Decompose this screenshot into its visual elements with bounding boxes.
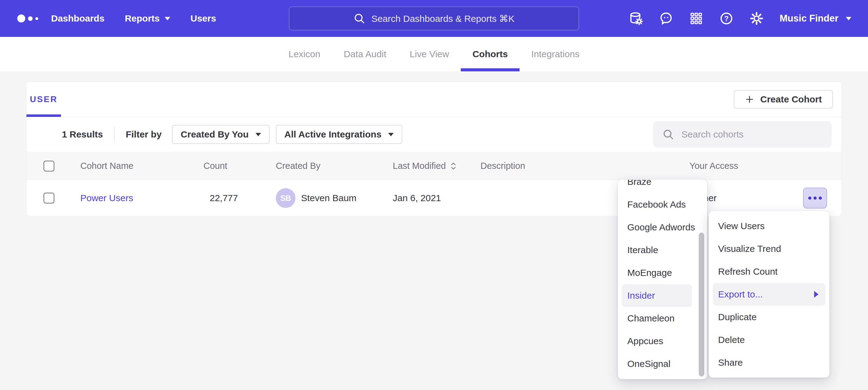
tab-user-cohorts[interactable]: USER <box>27 82 61 117</box>
chevron-down-icon <box>846 17 851 20</box>
sort-icon[interactable] <box>450 162 457 170</box>
chevron-down-icon <box>165 17 170 20</box>
tab-live-view[interactable]: Live View <box>398 37 461 71</box>
filter-by-label: Filter by <box>126 129 162 140</box>
ellipsis-icon <box>813 197 816 200</box>
nav-reports[interactable]: Reports <box>125 13 170 24</box>
nav-dashboards[interactable]: Dashboards <box>51 13 104 24</box>
svg-text:?: ? <box>724 15 728 23</box>
help-icon[interactable]: ? <box>719 11 734 26</box>
tab-user-label: USER <box>30 94 58 104</box>
menu-view-users[interactable]: View Users <box>709 215 829 237</box>
tab-cohorts[interactable]: Cohorts <box>461 37 520 71</box>
project-name: Music Finder <box>780 13 838 24</box>
integrations-filter-value: All Active Integrations <box>284 129 382 140</box>
tab-integrations-label: Integrations <box>531 49 580 59</box>
last-modified-cell: Jan 6, 2021 <box>393 193 480 203</box>
filter-bar: 1 Results Filter by Created By You All A… <box>27 117 841 152</box>
tab-live-view-label: Live View <box>410 49 449 59</box>
divider <box>114 127 115 142</box>
menu-duplicate[interactable]: Duplicate <box>709 306 829 328</box>
last-modified-value: Jan 6, 2021 <box>393 193 441 203</box>
settings-gear-icon[interactable] <box>749 11 764 26</box>
export-target-google-adwords[interactable]: Google Adwords <box>618 216 707 239</box>
export-target-moengage[interactable]: MoEngage <box>618 261 707 284</box>
menu-share[interactable]: Share <box>709 351 829 374</box>
export-target-onesignal[interactable]: OneSignal <box>618 353 707 375</box>
header-your-access: Your Access <box>689 161 782 171</box>
created-by-filter-value: Created By You <box>181 129 249 140</box>
active-tab-underline <box>461 68 520 71</box>
header-created-by-label: Created By <box>276 161 320 171</box>
nav-users[interactable]: Users <box>190 13 216 24</box>
results-count: 1 Results <box>62 129 103 140</box>
export-target-braze[interactable]: Braze <box>618 179 707 193</box>
export-target-chameleon[interactable]: Chameleon <box>618 307 707 330</box>
created-by-cell: SB Steven Baum <box>276 188 393 208</box>
chevron-down-icon <box>388 133 394 136</box>
header-created-by: Created By <box>276 161 393 171</box>
tab-data-audit-label: Data Audit <box>344 49 386 59</box>
cohort-count: 22,777 <box>204 193 244 203</box>
row-actions-button[interactable] <box>803 188 827 208</box>
create-cohort-label: Create Cohort <box>760 94 822 105</box>
search-icon <box>353 12 365 24</box>
cohort-search <box>653 121 832 148</box>
cohort-type-tabstrip: USER Create Cohort <box>27 82 841 117</box>
chevron-down-icon <box>255 133 261 136</box>
tab-cohorts-label: Cohorts <box>472 49 508 59</box>
global-search-input[interactable]: Search Dashboards & Reports ⌘K <box>289 6 579 30</box>
export-destinations-menu: Braze Facebook Ads Google Adwords Iterab… <box>618 179 707 379</box>
menu-export-to[interactable]: Export to... <box>713 283 825 306</box>
data-management-icon[interactable] <box>629 11 643 26</box>
row-checkbox[interactable] <box>43 193 55 204</box>
ellipsis-icon <box>819 197 822 200</box>
menu-delete[interactable]: Delete <box>709 328 829 351</box>
search-icon <box>662 129 674 140</box>
tab-lexicon-label: Lexicon <box>288 49 320 59</box>
top-nav-right: ? Music Finder <box>629 11 868 26</box>
tab-integrations[interactable]: Integrations <box>520 37 591 71</box>
logo-dot-medium <box>28 16 33 21</box>
export-destinations-list: Braze Facebook Ads Google Adwords Iterab… <box>618 179 707 375</box>
row-actions-cell <box>782 188 841 208</box>
header-description: Description <box>480 161 689 171</box>
project-switcher[interactable]: Music Finder <box>780 13 851 24</box>
data-management-tabs: Lexicon Data Audit Live View Cohorts Int… <box>0 37 868 71</box>
feedback-icon[interactable] <box>659 11 673 26</box>
apps-grid-icon[interactable] <box>689 11 703 26</box>
header-cohort-name: Cohort Name <box>80 161 204 171</box>
logo-dot-small <box>35 17 38 20</box>
cohorts-panel: USER Create Cohort 1 Results Filter by C… <box>26 82 842 216</box>
logo-dot-large <box>17 14 25 23</box>
nav-users-label: Users <box>190 13 216 24</box>
integrations-filter-dropdown[interactable]: All Active Integrations <box>276 125 403 144</box>
cohort-name-link[interactable]: Power Users <box>80 193 133 203</box>
export-target-iterable[interactable]: Iterable <box>618 239 707 261</box>
top-nav: Dashboards Reports Users Search Dashboar… <box>0 0 868 37</box>
select-all-checkbox[interactable] <box>43 161 55 172</box>
tab-lexicon[interactable]: Lexicon <box>277 37 332 71</box>
plus-icon <box>745 95 754 104</box>
export-target-facebook-ads[interactable]: Facebook Ads <box>618 193 707 216</box>
menu-visualize-trend[interactable]: Visualize Trend <box>709 237 829 260</box>
export-target-appcues[interactable]: Appcues <box>618 330 707 353</box>
created-by-name: Steven Baum <box>301 193 356 203</box>
created-by-filter-dropdown[interactable]: Created By You <box>172 125 270 144</box>
ellipsis-icon <box>808 197 811 200</box>
create-cohort-button[interactable]: Create Cohort <box>734 90 833 108</box>
header-last-modified-label: Last Modified <box>393 161 446 171</box>
header-last-modified[interactable]: Last Modified <box>393 161 480 171</box>
mixpanel-logo[interactable] <box>17 14 51 23</box>
nav-reports-label: Reports <box>125 13 159 24</box>
row-checkbox-cell <box>27 193 80 204</box>
menu-refresh-count[interactable]: Refresh Count <box>709 260 829 283</box>
menu-scrollbar[interactable] <box>699 232 704 377</box>
user-tab-underline <box>27 115 61 117</box>
avatar: SB <box>276 188 296 208</box>
cohort-search-input[interactable] <box>653 121 832 148</box>
tab-data-audit[interactable]: Data Audit <box>332 37 398 71</box>
export-target-insider[interactable]: Insider <box>622 284 692 307</box>
header-count: Count <box>204 161 244 171</box>
submenu-arrow-icon <box>814 291 818 298</box>
